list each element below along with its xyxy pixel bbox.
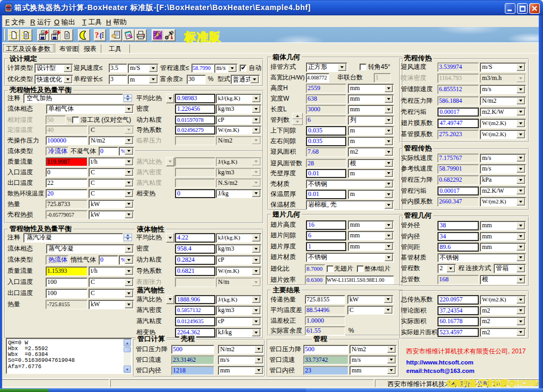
svg-text:{: {	[99, 32, 102, 40]
svg-text:?: ?	[95, 31, 99, 39]
